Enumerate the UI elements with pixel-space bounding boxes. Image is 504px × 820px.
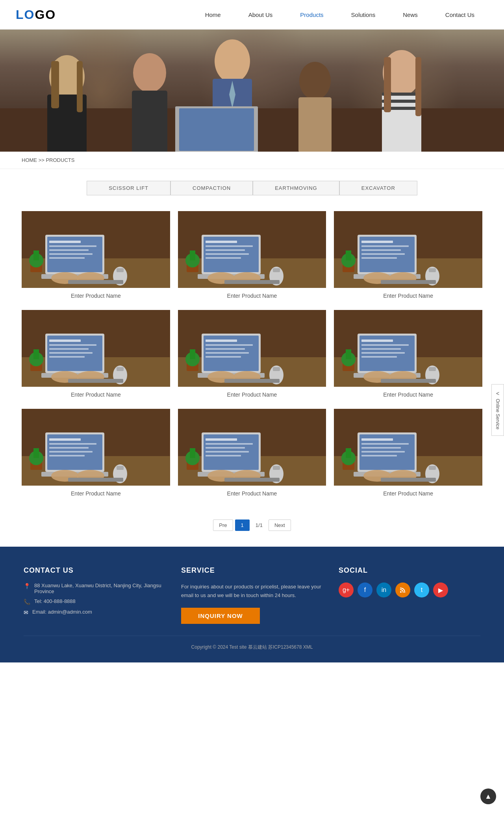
svg-point-55 [233, 272, 261, 284]
product-img-inner-4 [22, 310, 170, 387]
logo-lo: LO [16, 7, 35, 22]
svg-rect-87 [33, 349, 39, 359]
header: LOGO Home About Us Products Solutions Ne… [0, 0, 504, 30]
footer-service-title: SERVICE [181, 566, 323, 575]
svg-rect-81 [49, 356, 85, 358]
nav-news[interactable]: News [389, 0, 432, 30]
svg-point-106 [233, 371, 261, 383]
product-card-4[interactable]: Enter Product Name [22, 310, 170, 401]
breadcrumb-current: PRODUCTS [46, 157, 74, 163]
svg-rect-70 [346, 250, 351, 260]
svg-rect-146 [206, 443, 253, 445]
svg-rect-114 [361, 352, 405, 354]
svg-point-37 [51, 272, 79, 284]
breadcrumb-separator: >> [39, 157, 44, 163]
nav-products[interactable]: Products [286, 0, 337, 30]
product-img-inner-9 [334, 409, 482, 486]
footer-contact: CONTACT US 📍 88 Xuanwu Lake, Xuanwu Dist… [24, 566, 165, 624]
social-google[interactable]: g+ [339, 583, 354, 597]
svg-rect-29 [49, 253, 93, 255]
product-card-8[interactable]: Enter Product Name [178, 409, 326, 500]
social-rss[interactable] [395, 583, 410, 597]
svg-point-105 [208, 371, 235, 383]
svg-point-123 [389, 371, 417, 383]
svg-rect-152 [273, 466, 280, 470]
product-card-3[interactable]: Enter Product Name [334, 211, 482, 302]
product-card-2[interactable]: Enter Product Name [178, 211, 326, 302]
svg-rect-67 [429, 268, 436, 272]
nav-solutions[interactable]: Solutions [337, 0, 389, 30]
svg-rect-28 [49, 249, 89, 251]
location-icon: 📍 [24, 583, 30, 589]
pagination-next[interactable]: Next [269, 519, 291, 531]
svg-rect-62 [361, 249, 401, 251]
svg-rect-98 [206, 356, 241, 358]
logo-go: GO [35, 7, 56, 22]
category-scissor-lift[interactable]: SCISSOR LIFT [87, 181, 170, 195]
svg-rect-104 [190, 349, 195, 359]
svg-rect-129 [49, 443, 96, 445]
social-twitter[interactable]: t [414, 583, 429, 597]
product-img-inner-2 [178, 211, 326, 288]
svg-rect-135 [117, 466, 124, 470]
category-earthmoving[interactable]: EARTHMOVING [253, 181, 339, 195]
product-image-3 [334, 211, 482, 288]
svg-rect-145 [206, 438, 237, 441]
svg-point-174 [389, 470, 417, 482]
svg-rect-27 [49, 245, 96, 247]
online-service-sidebar[interactable]: Online Service [491, 384, 504, 436]
svg-rect-33 [117, 268, 124, 272]
social-linkedin[interactable]: in [376, 583, 391, 597]
breadcrumb-home[interactable]: HOME [22, 157, 37, 163]
svg-rect-115 [361, 356, 397, 358]
category-excavator[interactable]: EXCAVATOR [339, 181, 417, 195]
footer-contact-title: CONTACT US [24, 566, 165, 575]
product-img-inner-1 [22, 211, 170, 288]
product-card-7[interactable]: Enter Product Name [22, 409, 170, 500]
logo[interactable]: LOGO [16, 7, 56, 22]
svg-point-38 [77, 272, 104, 284]
svg-point-157 [233, 470, 261, 482]
svg-rect-12 [179, 108, 254, 151]
svg-point-139 [51, 470, 79, 482]
svg-rect-53 [190, 250, 195, 260]
product-card-5[interactable]: Enter Product Name [178, 310, 326, 401]
svg-rect-121 [346, 349, 351, 359]
nav-contact[interactable]: Contact Us [432, 0, 488, 30]
category-compaction[interactable]: COMPACTION [170, 181, 253, 195]
product-card-9[interactable]: Enter Product Name [334, 409, 482, 500]
nav-about[interactable]: About Us [235, 0, 287, 30]
footer-tel-item: 📞 Tel: 400-888-8888 [24, 598, 165, 605]
svg-point-122 [363, 371, 391, 383]
product-svg-5 [178, 310, 326, 387]
product-image-9 [334, 409, 482, 486]
product-image-4 [22, 310, 170, 387]
product-image-2 [178, 211, 326, 288]
online-service-label: Online Service [495, 399, 500, 429]
product-img-inner-6 [334, 310, 482, 387]
category-bar: SCISSOR LIFT COMPACTION EARTHMOVING EXCA… [0, 169, 504, 203]
product-card-6[interactable]: Enter Product Name [334, 310, 482, 401]
product-svg-4 [22, 310, 170, 387]
svg-point-156 [208, 470, 235, 482]
pagination-prev[interactable]: Pre [213, 519, 233, 531]
footer-service: SERVICE For inquiries about our products… [181, 566, 323, 624]
footer: CONTACT US 📍 88 Xuanwu Lake, Xuanwu Dist… [0, 547, 504, 662]
social-youtube[interactable]: ▶ [433, 583, 448, 597]
svg-point-54 [208, 272, 235, 284]
svg-rect-131 [49, 451, 93, 453]
product-name-3: Enter Product Name [334, 288, 482, 302]
hero-svg [0, 30, 504, 152]
pagination: Pre 1 1/1 Next [0, 508, 504, 547]
pagination-page-1[interactable]: 1 [235, 519, 250, 531]
social-facebook[interactable]: f [358, 583, 372, 597]
phone-icon: 📞 [24, 599, 30, 605]
product-svg-8 [178, 409, 326, 486]
svg-rect-6 [132, 91, 167, 152]
nav-home[interactable]: Home [191, 0, 235, 30]
footer-social-title: SOCIAL [339, 566, 480, 575]
svg-rect-50 [273, 268, 280, 272]
product-card-1[interactable]: Enter Product Name [22, 211, 170, 302]
inquiry-button[interactable]: INQUIRY NOW [181, 608, 260, 624]
svg-rect-61 [361, 245, 409, 247]
